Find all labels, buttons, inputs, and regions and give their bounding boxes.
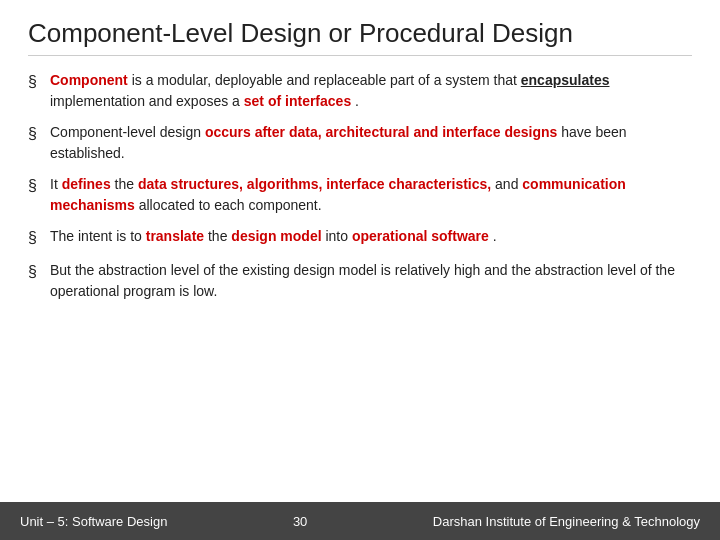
slide: Component-Level Design or Procedural Des… [0, 0, 720, 540]
list-item: § It defines the data structures, algori… [28, 174, 692, 216]
bullet-text: The intent is to translate the design mo… [50, 226, 692, 247]
list-item: § Component is a modular, deployable and… [28, 70, 692, 112]
highlight: set of interfaces [244, 93, 351, 109]
list-item: § But the abstraction level of the exist… [28, 260, 692, 302]
highlight: operational software [352, 228, 489, 244]
bullet-text: It defines the data structures, algorith… [50, 174, 692, 216]
highlight: design model [231, 228, 321, 244]
bullet-icon: § [28, 70, 44, 94]
footer: Unit – 5: Software Design 30 Darshan Ins… [0, 502, 720, 540]
main-content: Component-Level Design or Procedural Des… [0, 0, 720, 502]
highlight: defines [62, 176, 111, 192]
bullet-icon: § [28, 174, 44, 198]
highlight: data structures, algorithms, interface c… [138, 176, 491, 192]
highlight: Component [50, 72, 128, 88]
list-item: § The intent is to translate the design … [28, 226, 692, 250]
highlight: encapsulates [521, 72, 610, 88]
bullet-text: Component is a modular, deployable and r… [50, 70, 692, 112]
highlight: translate [146, 228, 204, 244]
bullet-list: § Component is a modular, deployable and… [28, 70, 692, 302]
slide-title: Component-Level Design or Procedural Des… [28, 18, 692, 56]
highlight: occurs after data, architectural and int… [205, 124, 557, 140]
bullet-text: But the abstraction level of the existin… [50, 260, 692, 302]
bullet-icon: § [28, 260, 44, 284]
list-item: § Component-level design occurs after da… [28, 122, 692, 164]
footer-left: Unit – 5: Software Design [20, 514, 167, 529]
footer-page-number: 30 [293, 514, 307, 529]
bullet-text: Component-level design occurs after data… [50, 122, 692, 164]
bullet-icon: § [28, 122, 44, 146]
footer-right: Darshan Institute of Engineering & Techn… [433, 514, 700, 529]
bullet-icon: § [28, 226, 44, 250]
